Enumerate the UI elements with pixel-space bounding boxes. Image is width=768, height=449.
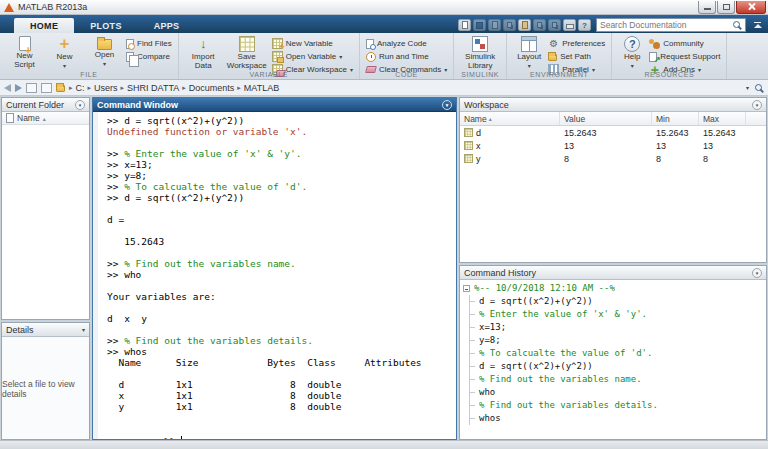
forward-button[interactable] bbox=[15, 84, 22, 92]
history-item[interactable]: % To calcualte the value of 'd'. bbox=[470, 347, 763, 360]
history-session-row[interactable]: %-- 10/9/2018 12:10 AM --% bbox=[463, 282, 763, 295]
resources-small-buttons: Community Request Support Add-Ons ▾ bbox=[649, 35, 720, 75]
console-line: >> % To calcualte the value of 'd'. bbox=[98, 181, 456, 192]
collapse-icon[interactable] bbox=[463, 285, 470, 292]
history-item[interactable]: d = sqrt((x^2)+(y^2)) bbox=[470, 295, 763, 308]
workspace-row-d[interactable]: d 15.2643 15.2643 15.2643 bbox=[460, 126, 766, 139]
preferences-button[interactable]: Preferences bbox=[548, 38, 605, 49]
history-item[interactable]: whos bbox=[470, 412, 763, 425]
chevron-down-icon: ▾ bbox=[631, 63, 634, 69]
simulink-library-button[interactable]: Simulink Library bbox=[460, 35, 500, 70]
main-area: Current Folder ▾ Name ▴ Details ▾ Select… bbox=[0, 96, 768, 440]
breadcrumb-users[interactable]: Users bbox=[94, 83, 118, 93]
workspace-row-y[interactable]: y 8 8 8 bbox=[460, 152, 766, 165]
breadcrumb-matlab[interactable]: MATLAB bbox=[244, 83, 279, 93]
tab-plots[interactable]: PLOTS bbox=[74, 18, 138, 33]
workspace-panel: Workspace ▾ Name▴ Value Min Max d 15.264… bbox=[459, 97, 767, 263]
column-value[interactable]: Value bbox=[560, 112, 652, 125]
run-and-time-button[interactable]: Run and Time bbox=[366, 51, 447, 62]
maximize-button[interactable] bbox=[717, 1, 735, 14]
analyze-code-button[interactable]: Analyze Code bbox=[366, 38, 447, 49]
history-item[interactable]: % Find out the variables name. bbox=[470, 373, 763, 386]
set-path-button[interactable]: Set Path bbox=[548, 51, 605, 62]
back-button[interactable] bbox=[4, 84, 11, 92]
command-window-console[interactable]: >> d = sqrt((x^2)+(y^2)) Undefined funct… bbox=[93, 112, 456, 439]
command-window-header: Command Window ▾ bbox=[93, 98, 456, 112]
details-header[interactable]: Details ▾ bbox=[2, 323, 89, 337]
redo-shortcut-button[interactable] bbox=[548, 19, 561, 31]
column-name[interactable]: Name▴ bbox=[460, 112, 560, 125]
console-prompt-line[interactable]: fx>> bbox=[98, 423, 456, 439]
browse-for-folder-button[interactable] bbox=[26, 83, 37, 93]
console-line bbox=[98, 280, 456, 291]
help-button[interactable]: Help ▾ bbox=[618, 35, 646, 69]
search-input[interactable] bbox=[600, 20, 732, 30]
console-line bbox=[98, 368, 456, 379]
close-button[interactable] bbox=[736, 1, 766, 14]
history-item[interactable]: x=13; bbox=[470, 321, 763, 334]
details-panel: Details ▾ Select a file to view details bbox=[1, 322, 90, 440]
history-item[interactable]: who bbox=[470, 386, 763, 399]
history-item[interactable]: d = sqrt((x^2)+(y^2)) bbox=[470, 360, 763, 373]
file-icon bbox=[6, 113, 14, 123]
find-files-button[interactable]: Find Files bbox=[126, 38, 172, 49]
current-folder-menu-button[interactable]: ▾ bbox=[75, 100, 85, 110]
history-item[interactable]: % Enter the value of 'x' & 'y'. bbox=[470, 308, 763, 321]
minimize-button[interactable] bbox=[698, 1, 716, 14]
current-folder-file-list[interactable] bbox=[2, 125, 89, 319]
tab-home[interactable]: HOME bbox=[14, 18, 74, 33]
chevron-down-icon: ▾ bbox=[339, 54, 342, 60]
chevron-down-icon: ▾ bbox=[756, 102, 759, 108]
save-shortcut-button[interactable] bbox=[473, 19, 486, 31]
current-folder-name-column[interactable]: Name ▴ bbox=[2, 112, 89, 125]
address-bar: ▸ C: ▸ Users ▸ SHRI DATTA ▸ Documents ▸ … bbox=[0, 80, 768, 96]
workspace-row-x[interactable]: x 13 13 13 bbox=[460, 139, 766, 152]
breadcrumb-separator-icon: ▸ bbox=[237, 84, 241, 92]
code-small-buttons: Analyze Code Run and Time Clear Commands… bbox=[366, 35, 447, 75]
breadcrumb-drive[interactable]: C: bbox=[76, 83, 85, 93]
minimize-ribbon-button[interactable] bbox=[750, 19, 765, 32]
breadcrumb-documents[interactable]: Documents bbox=[189, 83, 235, 93]
new-file-shortcut-button[interactable] bbox=[458, 19, 471, 31]
open-variable-button[interactable]: Open Variable ▾ bbox=[272, 51, 353, 62]
community-button[interactable]: Community bbox=[649, 38, 720, 49]
cut-shortcut-button[interactable] bbox=[488, 19, 501, 31]
command-window-title: Command Window bbox=[97, 100, 178, 110]
new-script-button[interactable]: New Script bbox=[6, 35, 43, 69]
save-workspace-button[interactable]: Save Workspace bbox=[225, 35, 269, 70]
paste-shortcut-button[interactable] bbox=[518, 19, 531, 31]
breadcrumb-user[interactable]: SHRI DATTA bbox=[127, 83, 179, 93]
import-data-button[interactable]: Import Data bbox=[185, 35, 222, 70]
column-max[interactable]: Max bbox=[699, 112, 746, 125]
command-history-menu-button[interactable]: ▾ bbox=[752, 268, 762, 278]
copy-shortcut-button[interactable] bbox=[503, 19, 516, 31]
current-folder-panel: Current Folder ▾ Name ▴ bbox=[1, 97, 90, 320]
new-variable-button[interactable]: New Variable bbox=[272, 38, 353, 49]
cut-icon bbox=[492, 21, 498, 29]
breadcrumb-separator-icon: ▸ bbox=[69, 84, 73, 92]
console-line: >> % Find out the variables name. bbox=[98, 258, 456, 269]
undo-shortcut-button[interactable] bbox=[533, 19, 546, 31]
print-shortcut-button[interactable] bbox=[563, 19, 576, 31]
open-button[interactable]: Open ▾ bbox=[86, 35, 123, 67]
workspace-menu-button[interactable]: ▾ bbox=[752, 100, 762, 110]
ribbon-group-variable: Import Data Save Workspace New Variable … bbox=[179, 33, 360, 79]
column-min[interactable]: Min bbox=[652, 112, 699, 125]
command-window-menu-button[interactable]: ▾ bbox=[442, 100, 452, 110]
help-shortcut-button[interactable]: ? bbox=[578, 19, 591, 31]
up-one-level-button[interactable] bbox=[41, 83, 52, 93]
new-button[interactable]: New ▾ bbox=[46, 35, 83, 69]
search-icon[interactable] bbox=[732, 20, 742, 30]
path-dropdown-icon[interactable]: ▾ bbox=[746, 85, 749, 91]
history-item[interactable]: % Find out the variables details. bbox=[470, 399, 763, 412]
history-item[interactable]: y=8; bbox=[470, 334, 763, 347]
request-support-button[interactable]: Request Support bbox=[649, 51, 720, 62]
layout-button[interactable]: Layout ▾ bbox=[513, 35, 545, 69]
console-line: >> d = sqrt((x^2)+(y^2)) bbox=[98, 115, 456, 126]
compare-button[interactable]: Compare bbox=[126, 51, 172, 62]
console-line: >> % Find out the variables details. bbox=[98, 335, 456, 346]
file-small-buttons: Find Files Compare bbox=[126, 35, 172, 62]
tab-apps[interactable]: APPS bbox=[138, 18, 196, 33]
console-line: x 1x1 8 double bbox=[98, 390, 456, 401]
folder-search-icon[interactable] bbox=[754, 83, 764, 93]
